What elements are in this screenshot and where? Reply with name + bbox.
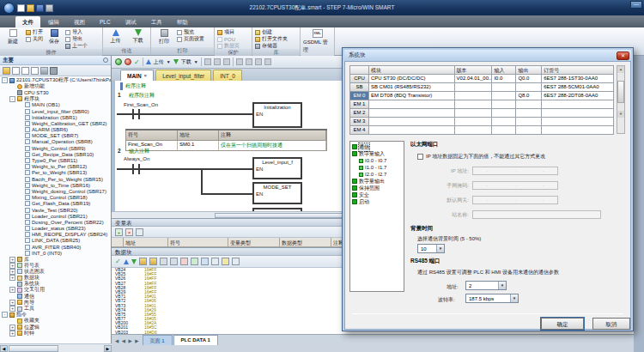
module-slot-id[interactable]: EM 1 — [350, 100, 369, 109]
tree-expander[interactable]: - — [2, 312, 8, 318]
tree-item[interactable]: Per_to_Weight (SBR13) — [0, 170, 111, 176]
scroll-up-icon[interactable]: ▲ — [617, 66, 624, 73]
module-name-cell[interactable] — [369, 126, 455, 135]
tree-item[interactable]: INT_0 (INT0) — [0, 250, 111, 256]
download-button[interactable]: 下载 — [128, 29, 148, 45]
module-input-cell[interactable]: I0.0 — [492, 75, 516, 83]
ip-fixed-checkbox[interactable] — [417, 154, 423, 160]
module-slot-id[interactable]: SB — [350, 83, 369, 92]
tree-expander[interactable]: + — [9, 263, 15, 269]
db-options-icon[interactable] — [222, 258, 229, 265]
tree-toolbar-cpu-icon[interactable] — [50, 67, 58, 75]
net2-call-box3-clipped[interactable] — [252, 208, 302, 211]
tree-item[interactable]: AVR_FITER (SBR40) — [0, 244, 111, 250]
module-name-cell[interactable]: CPU ST30 (DC/DC/DC) — [369, 75, 455, 83]
module-slot-id[interactable]: EM 4 — [350, 126, 369, 135]
module-order-cell[interactable] — [542, 118, 614, 126]
module-order-cell[interactable] — [542, 100, 614, 109]
download-small-icon[interactable] — [173, 59, 179, 64]
tree-expander[interactable]: + — [9, 275, 15, 281]
tree-item[interactable]: + 向导 — [0, 300, 111, 306]
module-output-cell[interactable]: Q8.0 — [516, 92, 542, 100]
tree-item[interactable]: MODE_SET (SBR7) — [0, 133, 111, 139]
scroll-thumb[interactable] — [9, 345, 58, 352]
tree-item[interactable]: ALARM (SBR6) — [0, 127, 111, 133]
module-row[interactable]: EM 4 — [350, 126, 614, 135]
module-order-cell[interactable]: 6ES7 288-1ST30-0AA0 — [542, 75, 614, 83]
save-button[interactable]: 保存 — [46, 29, 63, 46]
tab-close-icon[interactable]: × — [144, 73, 148, 78]
tree-item[interactable]: Loader_control (SBR21) — [0, 213, 111, 219]
tree-item[interactable]: CPU ST30 — [0, 89, 111, 95]
settings-tree-item[interactable]: I0.0 - I0.7 — [351, 157, 403, 164]
library-memory-button[interactable]: 存储器 — [255, 43, 288, 49]
tree-toolbar-doc-icon[interactable] — [12, 67, 20, 75]
tree-item[interactable]: 系统块 — [0, 281, 111, 287]
db-copy-icon[interactable] — [139, 258, 147, 265]
tree-expander[interactable]: + — [9, 257, 15, 263]
download-dropdown-icon[interactable]: ▼ — [194, 59, 198, 64]
settings-tree-item[interactable]: 数字量输入 — [351, 150, 403, 157]
library-create-button[interactable]: 创建 — [255, 29, 288, 35]
tree-item[interactable]: Vavle_Test (SBR20) — [0, 207, 111, 213]
db-undo-icon[interactable] — [160, 258, 167, 265]
net1-call-box[interactable]: Initialization EN — [252, 102, 302, 128]
module-slot-id[interactable]: EM 2 — [350, 109, 369, 118]
library-open-folder-button[interactable]: 打开文件夹 — [255, 36, 288, 42]
download-small-label[interactable]: 下载 — [181, 58, 191, 66]
bookmark-icon[interactable] — [236, 58, 243, 65]
options-icon[interactable] — [255, 58, 262, 65]
print-button[interactable]: 打印 — [154, 29, 174, 46]
db-insert-icon[interactable] — [191, 258, 198, 265]
module-output-cell[interactable] — [516, 118, 542, 126]
tree-expander[interactable]: - — [9, 96, 15, 102]
module-version-cell[interactable]: V02.04.01_00... — [455, 75, 493, 83]
module-order-cell[interactable] — [542, 126, 614, 135]
tree-expander[interactable]: + — [9, 269, 15, 275]
goto-icon[interactable] — [246, 58, 252, 65]
module-version-cell[interactable] — [455, 92, 493, 100]
zoom-icon[interactable] — [264, 58, 271, 65]
background-time-dropdown-icon[interactable]: ▼ — [436, 245, 444, 252]
cancel-button[interactable]: 取消 — [592, 318, 630, 330]
ribbon-tab[interactable]: 编辑 — [41, 16, 66, 27]
delete-icon[interactable] — [223, 58, 230, 65]
db-download-icon[interactable] — [131, 259, 137, 264]
tree-toolbar-doc2-icon[interactable] — [21, 67, 29, 75]
module-table-scrollbar[interactable]: ▲ ▼ — [617, 65, 625, 134]
rs485-baud-select[interactable]: 187.5 kbps ▼ — [465, 294, 519, 303]
tree-expander[interactable]: + — [9, 287, 15, 293]
tree-item[interactable]: Dosing_Over_Percent (SBR22) — [0, 219, 111, 225]
ribbon-tab[interactable]: 视图 — [67, 16, 92, 27]
pin-icon[interactable] — [103, 58, 108, 63]
tree-item[interactable]: + 数据块 — [0, 275, 111, 281]
tree-item[interactable]: - 22101.7CPUST30程序 (C:\Users\ThinkPa — [0, 77, 111, 83]
upload-small-label[interactable]: 上传 — [154, 58, 164, 66]
tree-item[interactable]: + 工具 — [0, 306, 111, 312]
tree-item[interactable]: Level_input_filter (SBR0) — [0, 108, 111, 114]
net2-call-box2[interactable]: MODE_SET EN — [252, 182, 302, 204]
stop-icon[interactable] — [125, 58, 131, 65]
db-upload-icon[interactable] — [124, 259, 129, 264]
open-button[interactable]: 打开 — [26, 29, 43, 35]
gsdml-manage-button[interactable]: XMLGSDML 管理 — [303, 29, 331, 54]
tree-item[interactable]: - 指令 — [0, 312, 111, 318]
db-help-icon[interactable] — [232, 258, 240, 265]
module-output-cell[interactable] — [516, 109, 542, 118]
module-order-cell[interactable] — [542, 109, 614, 118]
module-row[interactable]: EM 0 EM DT08 (8DQ Transistor) Q8.0 6ES7 … — [350, 92, 614, 100]
settings-tree-item[interactable]: 启动 — [351, 198, 403, 205]
db-address-icon[interactable] — [201, 258, 209, 265]
module-output-cell[interactable] — [516, 100, 542, 109]
dialog-titlebar[interactable]: 系统块 ✕ — [344, 50, 631, 61]
module-output-cell[interactable] — [516, 126, 542, 135]
insert-row-icon[interactable] — [204, 58, 211, 65]
module-name-cell[interactable] — [369, 100, 455, 109]
module-version-cell[interactable] — [455, 100, 493, 109]
module-input-cell[interactable] — [492, 118, 516, 126]
export-button[interactable]: 导出 — [65, 36, 88, 42]
protect-project-button[interactable]: 项目 — [217, 29, 240, 35]
network2-comment[interactable]: 输入注释 — [129, 148, 149, 155]
module-row[interactable]: SB SB CM01 (RS485/RS232) 6ES7 288-5CM01-… — [350, 83, 614, 92]
tree-item[interactable]: Weight_Calibration_GET (SBR2) — [0, 120, 111, 126]
